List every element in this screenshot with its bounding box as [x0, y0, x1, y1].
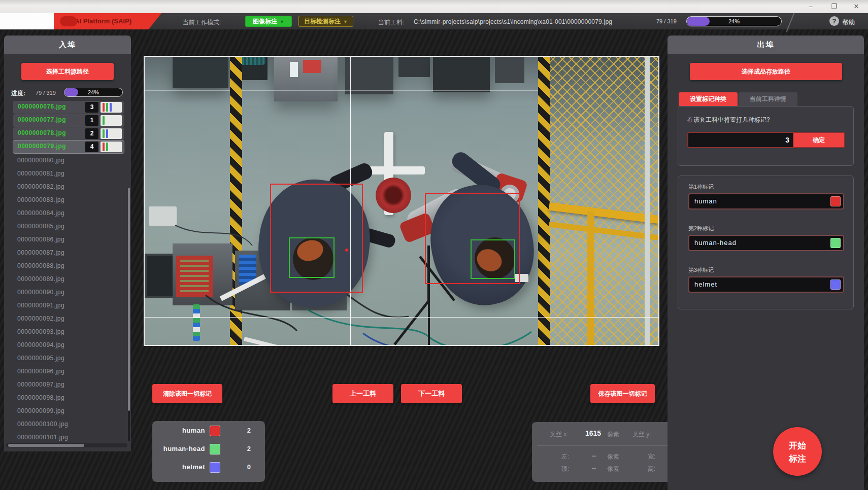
start-annotation-button[interactable]: 开始 标注: [773, 427, 822, 476]
label-name-value: helmet: [694, 281, 717, 288]
scrollbar-thumb[interactable]: [8, 444, 84, 447]
file-list-item[interactable]: 0000000090.jpg: [6, 286, 127, 299]
file-list-item-selected[interactable]: 0000000079.jpg4: [13, 141, 124, 153]
file-name: 0000000097.jpg: [17, 381, 64, 388]
file-list-item[interactable]: 0000000093.jpg: [6, 325, 127, 338]
file-name: 0000000093.jpg: [17, 328, 64, 335]
annotation-canvas[interactable]: [144, 56, 659, 346]
file-list-item[interactable]: 0000000092.jpg: [6, 312, 127, 325]
header-progress-count: 79 / 319: [656, 18, 677, 24]
label-types-groupbox: 第1种标记human第2种标记human-head第3种标记helmet: [678, 176, 854, 309]
legend-count: 2: [247, 427, 251, 434]
legend-row: human2: [152, 423, 265, 439]
clear-annotations-button[interactable]: 清除该图一切标记: [152, 384, 222, 403]
file-list-item[interactable]: 0000000096.jpg: [6, 365, 127, 378]
label-color-bar: [103, 116, 105, 125]
help-button[interactable]: 帮助: [843, 18, 855, 27]
file-list[interactable]: 0000000076.jpg30000000077.jpg10000000078…: [6, 100, 127, 441]
file-list-item[interactable]: 0000000082.jpg: [6, 180, 127, 193]
prev-workpiece-button[interactable]: 上一工料: [332, 384, 393, 403]
label-type-group: 第1种标记human: [678, 176, 853, 218]
file-name: 0000000079.jpg: [18, 143, 66, 150]
tab-current-workpiece-details[interactable]: 当前工料详情: [739, 92, 797, 106]
file-name: 0000000091.jpg: [17, 302, 64, 309]
file-list-item[interactable]: 0000000085.jpg: [6, 220, 127, 233]
label-color-swatch[interactable]: [830, 238, 841, 248]
mode-object-detection-button[interactable]: 目标检测标注▼: [298, 16, 353, 27]
file-name: 0000000083.jpg: [17, 196, 64, 203]
label-color-bars: [101, 142, 122, 152]
header-progress-bar: 24%: [686, 16, 782, 26]
file-list-item[interactable]: 0000000087.jpg: [6, 246, 127, 259]
app-window: – ❐ ✕ AI Platform (SAIP) 当前工作模式: 图像标注▼ 目…: [0, 0, 868, 490]
file-name: 0000000098.jpg: [17, 394, 64, 401]
label-name-input[interactable]: human-head: [688, 235, 844, 251]
label-count-row: 3 确定: [687, 132, 845, 148]
input-panel-title: 入埠: [4, 36, 131, 54]
mode-image-annotation-button[interactable]: 图像标注▼: [245, 16, 292, 27]
file-list-item[interactable]: 00000000101.jpg: [6, 431, 127, 441]
label-name-input[interactable]: helmet: [688, 276, 844, 293]
legend-count: 0: [247, 463, 251, 471]
unit-label: 像素: [607, 465, 619, 473]
file-list-item[interactable]: 0000000077.jpg1: [13, 114, 124, 127]
file-list-item[interactable]: 0000000095.jpg: [6, 352, 127, 365]
file-list-item[interactable]: 0000000083.jpg: [6, 193, 127, 206]
left-label: 左:: [561, 452, 569, 461]
select-source-path-button[interactable]: 选择工料源路径: [21, 63, 114, 80]
file-list-item[interactable]: 0000000097.jpg: [6, 378, 127, 391]
close-icon[interactable]: ✕: [849, 2, 864, 12]
bbox-human-head-2[interactable]: [471, 239, 515, 279]
minimize-icon[interactable]: –: [803, 2, 818, 12]
brand-logo-icon: [60, 16, 77, 26]
file-name: 0000000086.jpg: [17, 236, 64, 243]
label-color-swatch[interactable]: [830, 196, 841, 206]
progress-label: 进度:: [11, 89, 25, 98]
file-list-item[interactable]: 0000000094.jpg: [6, 338, 127, 352]
file-list-item[interactable]: 0000000076.jpg3: [13, 101, 124, 114]
tab-set-label-types[interactable]: 设置标记种类: [679, 92, 738, 106]
bbox-human-head-1[interactable]: [289, 237, 335, 278]
scrollbar-thumb[interactable]: [128, 188, 130, 411]
file-name: 0000000087.jpg: [17, 249, 64, 256]
label-count-question: 在该套工料中将要打几种标记?: [687, 116, 770, 124]
file-list-item[interactable]: 0000000081.jpg: [6, 167, 127, 180]
file-list-item[interactable]: 0000000099.jpg: [6, 404, 127, 417]
file-list-item[interactable]: 0000000089.jpg: [6, 272, 127, 286]
label-name-value: human-head: [694, 239, 737, 247]
output-panel: 出埠 选择成品存放路径 设置标记种类 当前工料详情 在该套工料中将要打几种标记?…: [667, 36, 864, 490]
file-name: 0000000077.jpg: [18, 116, 66, 123]
file-list-item[interactable]: 00000000100.jpg: [6, 417, 127, 431]
file-list-item[interactable]: 0000000088.jpg: [6, 259, 127, 272]
file-list-item[interactable]: 0000000078.jpg2: [13, 127, 124, 140]
file-list-vertical-scrollbar[interactable]: [128, 188, 130, 441]
file-list-item[interactable]: 0000000091.jpg: [6, 299, 127, 312]
workpiece-image[interactable]: [145, 57, 658, 345]
label-color-swatch[interactable]: [830, 279, 841, 290]
annotation-count-badge: 2: [85, 128, 98, 139]
progress-percent: 24%: [64, 89, 122, 95]
file-list-item[interactable]: 0000000080.jpg: [6, 154, 127, 167]
label-count-input[interactable]: 3: [688, 133, 795, 147]
left-value: --: [592, 452, 596, 460]
file-name: 00000000100.jpg: [17, 421, 68, 428]
select-output-path-button[interactable]: 选择成品存放路径: [690, 63, 842, 80]
help-icon[interactable]: ?: [829, 16, 839, 26]
label-count-groupbox: 在该套工料中将要打几种标记? 3 确定: [678, 106, 854, 166]
next-workpiece-button[interactable]: 下一工料: [401, 384, 462, 403]
legend-color-swatch: [210, 426, 220, 436]
maximize-icon[interactable]: ❐: [826, 2, 842, 12]
annotation-point: [345, 249, 348, 252]
label-type-group: 第2种标记human-head: [678, 218, 853, 259]
file-name: 0000000094.jpg: [17, 341, 64, 348]
save-annotations-button[interactable]: 保存该图一切标记: [590, 384, 655, 403]
file-list-horizontal-scrollbar[interactable]: [6, 443, 127, 447]
file-list-item[interactable]: 0000000098.jpg: [6, 391, 127, 404]
file-list-item[interactable]: 0000000086.jpg: [6, 233, 127, 246]
confirm-button[interactable]: 确定: [793, 133, 844, 147]
label-color-bars: [101, 102, 122, 113]
label-name-input[interactable]: human: [688, 193, 844, 209]
tripod-leg: [428, 299, 430, 345]
sidebar-progress-bar: 24%: [64, 88, 123, 97]
file-list-item[interactable]: 0000000084.jpg: [6, 206, 127, 220]
